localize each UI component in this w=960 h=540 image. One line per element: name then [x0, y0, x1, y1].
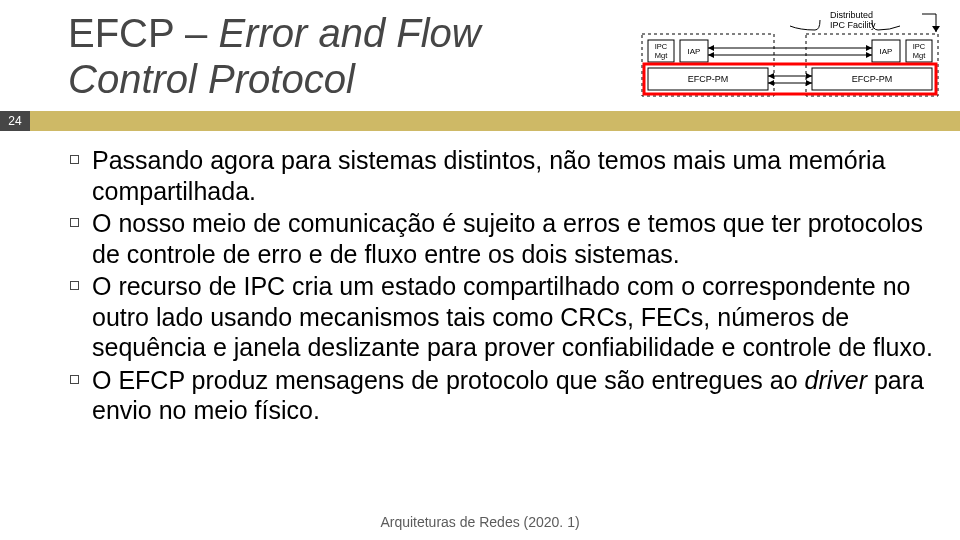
box-ipc-mgt-right: IPC [913, 42, 926, 51]
box-efcp-left: EFCP-PM [688, 74, 729, 84]
efcp-diagram: Distributed IPC Facility IPC Mgt IAP EFC… [640, 8, 940, 103]
box-efcp-right: EFCP-PM [852, 74, 893, 84]
svg-marker-16 [768, 73, 774, 79]
svg-marker-13 [708, 52, 714, 58]
box-ipc-mgt-left: IPC [655, 42, 668, 51]
page-title: EFCP – Error and Flow Control Protocol [68, 10, 620, 102]
content-area: Passando agora para sistemas distintos, … [0, 131, 960, 428]
bullet-list: Passando agora para sistemas distintos, … [70, 145, 940, 428]
dist-label-1: Distributed [830, 10, 873, 20]
svg-marker-11 [866, 45, 872, 51]
svg-marker-14 [866, 52, 872, 58]
svg-marker-19 [768, 80, 774, 86]
list-item: O recurso de IPC cria um estado comparti… [70, 271, 940, 365]
svg-marker-20 [806, 80, 812, 86]
box-iap-left: IAP [688, 47, 701, 56]
list-item: O nosso meio de comunicação é sujeito a … [70, 208, 940, 271]
svg-marker-0 [932, 26, 940, 32]
title-prefix: EFCP – [68, 11, 218, 55]
svg-marker-17 [806, 73, 812, 79]
title-row: EFCP – Error and Flow Control Protocol D… [0, 0, 960, 103]
svg-text:Mgt: Mgt [655, 51, 668, 60]
list-item: Passando agora para sistemas distintos, … [70, 145, 940, 208]
accent-strip: 24 [0, 111, 960, 131]
bullet-4-part-2: driver [805, 366, 874, 394]
footer-text: Arquiteturas de Redes (2020. 1) [0, 514, 960, 530]
list-item: O EFCP produz mensagens de protocolo que… [70, 365, 940, 428]
bullet-4-part-1: O EFCP produz mensagens de protocolo que… [92, 366, 805, 394]
svg-marker-10 [708, 45, 714, 51]
page-number: 24 [0, 111, 30, 131]
box-iap-right: IAP [880, 47, 893, 56]
dist-label-2: IPC Facility [830, 20, 876, 30]
slide: EFCP – Error and Flow Control Protocol D… [0, 0, 960, 540]
svg-text:Mgt: Mgt [913, 51, 926, 60]
